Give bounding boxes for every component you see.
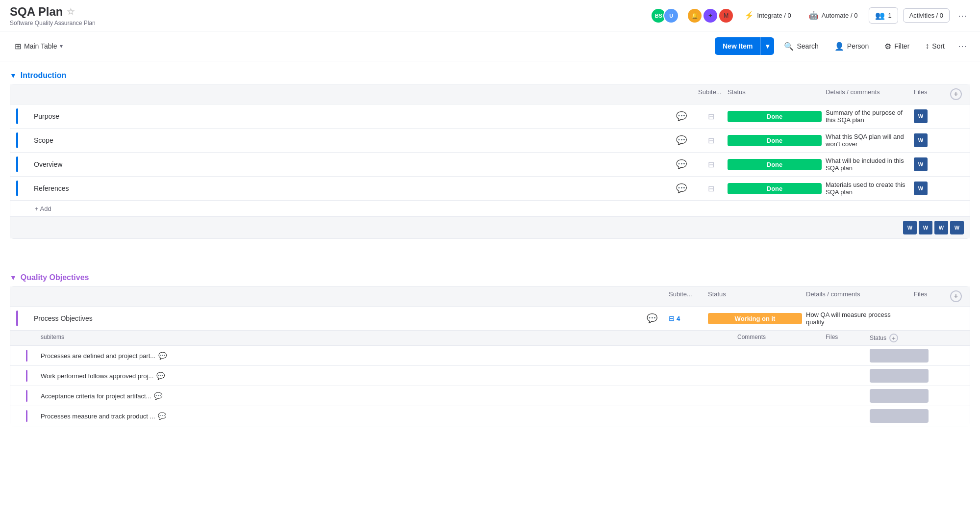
app-icon-gmail: M: [719, 9, 733, 23]
new-item-button[interactable]: New Item ▾: [715, 37, 774, 55]
toolbar-more-button[interactable]: ⋯: [955, 38, 970, 54]
status-badge-done: Done: [728, 111, 822, 122]
word-file-icon-4[interactable]: W: [950, 221, 964, 234]
th-subitems: Subite...: [696, 84, 726, 104]
subth-comments: Comments: [735, 331, 824, 345]
app-title-text: SQA Plan: [10, 5, 63, 19]
subth-name: subitems: [39, 331, 735, 345]
th-files: Files: [912, 84, 946, 104]
word-file-icon-1[interactable]: W: [903, 221, 917, 234]
app-icon-2: ✦: [704, 9, 717, 23]
th-files: Files: [912, 286, 946, 306]
new-item-arrow-icon[interactable]: ▾: [761, 38, 774, 54]
word-file-icon-2[interactable]: W: [919, 221, 932, 234]
word-file-icon[interactable]: W: [914, 109, 928, 123]
add-column-button[interactable]: +: [950, 290, 962, 302]
subitem-name: Processes measure and track product ... …: [39, 408, 735, 424]
comment-icon[interactable]: 💬: [667, 179, 696, 198]
comment-icon[interactable]: 💬: [637, 309, 667, 328]
status-cell[interactable]: Done: [726, 133, 824, 148]
comment-icon[interactable]: 💬: [667, 155, 696, 174]
group-quality-header[interactable]: ▼ Quality Objectives: [10, 273, 970, 282]
details-cell: Materials used to create this SQA plan: [824, 177, 912, 200]
app-title-section: SQA Plan ☆ Software Quality Assurance Pl…: [10, 5, 96, 26]
table-row: Purpose 💬 ⊟ Done Summary of the purpose …: [10, 104, 970, 129]
toolbar: ⊞ Main Table ▾ New Item ▾ 🔍 Search 👤 Per…: [0, 31, 980, 61]
top-bar-actions: BS U 🔔 ✦ M ⚡ Integrate / 0 🤖 Automate / …: [651, 7, 970, 24]
subitem-icon[interactable]: ⊟: [696, 132, 726, 149]
comment-icon[interactable]: 💬: [667, 131, 696, 150]
quality-table: Subite... Status Details / comments File…: [10, 286, 970, 426]
top-bar: SQA Plan ☆ Software Quality Assurance Pl…: [0, 0, 980, 31]
table-row: Overview 💬 ⊟ Done What will be included …: [10, 153, 970, 177]
subitem-icon[interactable]: ⊟: [696, 180, 726, 197]
files-cell: [912, 316, 946, 320]
list-item: Work performed follows approved proj... …: [10, 366, 970, 386]
group-quality-title: Quality Objectives: [21, 273, 89, 282]
star-icon[interactable]: ☆: [67, 6, 75, 17]
subitem-files: [824, 372, 868, 380]
person-button[interactable]: 👤 Person: [829, 39, 875, 54]
person-label: Person: [847, 42, 869, 50]
search-label: Search: [797, 42, 818, 50]
table-row: Scope 💬 ⊟ Done What this SQA plan will a…: [10, 129, 970, 153]
subitem-status: [868, 387, 946, 405]
th-name: [32, 286, 637, 306]
subitems-section: subitems Comments Files Status + Proc: [10, 331, 970, 426]
status-badge-done: Done: [728, 159, 822, 170]
row-name: Purpose: [32, 108, 667, 124]
list-item: Acceptance criteria for project artifact…: [10, 386, 970, 406]
word-file-icon[interactable]: W: [914, 157, 928, 171]
status-cell[interactable]: Done: [726, 109, 824, 124]
word-file-icon[interactable]: W: [914, 182, 928, 195]
word-file-icon-3[interactable]: W: [934, 221, 948, 234]
comment-icon[interactable]: 💬: [667, 107, 696, 126]
filter-label: Filter: [894, 42, 909, 50]
introduction-table-header: Subite... Status Details / comments File…: [10, 84, 970, 104]
avatar-user: U: [663, 8, 679, 24]
status-cell[interactable]: Done: [726, 157, 824, 172]
activities-label: Activities / 0: [909, 12, 943, 19]
more-options-button[interactable]: ⋯: [955, 8, 970, 24]
sort-button[interactable]: ↕ Sort: [919, 39, 951, 53]
filter-button[interactable]: ⚙ Filter: [879, 39, 915, 54]
app-title: SQA Plan ☆: [10, 5, 96, 19]
th-add[interactable]: +: [946, 286, 966, 306]
list-item: Processes are defined and project part..…: [10, 346, 970, 366]
subitem-icon[interactable]: ⊟: [696, 108, 726, 125]
add-column-button[interactable]: +: [950, 88, 962, 100]
new-item-label: New Item: [715, 38, 760, 54]
group-introduction-header[interactable]: ▼ Introduction: [10, 71, 970, 80]
add-subcolumn-button[interactable]: +: [889, 334, 898, 342]
subitem-status: [868, 367, 946, 385]
subitem-icon[interactable]: ⊟: [696, 156, 726, 173]
th-add[interactable]: +: [946, 84, 966, 104]
th-subitems: Subite...: [667, 286, 706, 306]
automate-icon: 🤖: [809, 11, 819, 20]
subth-status: Status +: [868, 331, 946, 345]
search-button[interactable]: 🔍 Search: [778, 39, 824, 54]
main-table-button[interactable]: ⊞ Main Table ▾: [10, 39, 68, 54]
activities-button[interactable]: Activities / 0: [903, 8, 950, 23]
members-button[interactable]: 👥 1: [869, 7, 898, 24]
th-details: Details / comments: [804, 286, 912, 306]
subitem-count[interactable]: ⊟ 4: [667, 311, 706, 326]
details-cell: How QA will measure process quality: [804, 307, 912, 330]
status-cell[interactable]: Done: [726, 181, 824, 196]
word-file-icon[interactable]: W: [914, 133, 928, 147]
search-icon: 🔍: [784, 42, 794, 51]
app-icon-1: 🔔: [688, 9, 702, 23]
add-item-row[interactable]: + Add: [10, 201, 970, 217]
members-icon: 👥: [875, 11, 885, 20]
automate-button[interactable]: 🤖 Automate / 0: [803, 7, 864, 24]
add-item-label[interactable]: + Add: [35, 205, 51, 212]
group-quality-objectives: ▼ Quality Objectives Subite... Status De…: [10, 273, 970, 426]
person-icon: 👤: [834, 42, 844, 51]
integrate-button[interactable]: ⚡ Integrate / 0: [738, 7, 797, 24]
status-cell[interactable]: Working on it: [706, 311, 804, 326]
app-subtitle: Software Quality Assurance Plan: [10, 20, 96, 26]
subitem-comments: [735, 392, 824, 400]
th-comment: [637, 286, 667, 306]
details-cell: What will be included in this SQA plan: [824, 153, 912, 176]
details-cell: Summary of the purpose of this SQA plan: [824, 105, 912, 128]
